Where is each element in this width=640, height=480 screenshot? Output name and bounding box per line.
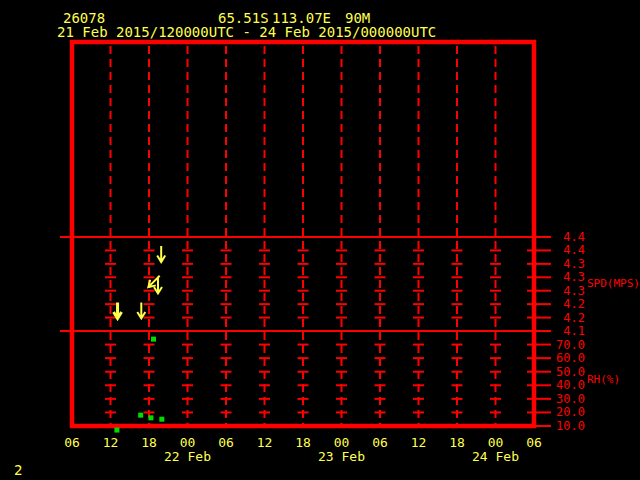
x-hour-label: 00 — [180, 436, 196, 450]
rh-tick-label: 40.0 — [500, 378, 585, 392]
spd-tick-label: 4.3 — [500, 270, 585, 284]
x-hour-label: 12 — [411, 436, 427, 450]
rh-axis-title: RH(%) — [587, 373, 620, 386]
rh-point — [114, 428, 119, 433]
x-hour-label: 18 — [141, 436, 157, 450]
x-hour-label: 00 — [488, 436, 504, 450]
spd-tick-label: 4.1 — [500, 324, 585, 338]
spd-tick-label: 4.2 — [500, 297, 585, 311]
x-hour-label: 06 — [372, 436, 388, 450]
wind-arrow — [157, 246, 165, 262]
x-day-label: 22 Feb — [164, 450, 211, 464]
spd-tick-label: 4.3 — [500, 257, 585, 271]
page-number: 2 — [14, 463, 22, 477]
spd-axis-title: SPD(MPS) — [587, 277, 640, 290]
wind-arrow-glyph — [157, 246, 165, 262]
x-hour-label: 12 — [257, 436, 273, 450]
spd-tick-label: 4.3 — [500, 284, 585, 298]
x-hour-label: 18 — [295, 436, 311, 450]
rh-tick-label: 20.0 — [500, 405, 585, 419]
meteogram-screen: 26078 65.51S 113.07E 90M 21 Feb 2015/120… — [0, 0, 640, 480]
rh-tick-label: 70.0 — [500, 338, 585, 352]
x-hour-label: 12 — [103, 436, 119, 450]
rh-tick-label: 30.0 — [500, 392, 585, 406]
x-hour-label: 06 — [218, 436, 234, 450]
spd-tick-label: 4.2 — [500, 311, 585, 325]
rh-tick-label: 10.0 — [500, 419, 585, 433]
rh-tick-label: 60.0 — [500, 351, 585, 365]
spd-tick-label: 4.4 — [500, 243, 585, 257]
rh-point — [148, 415, 153, 420]
rh-point — [159, 417, 164, 422]
x-day-label: 24 Feb — [472, 450, 519, 464]
rh-point — [138, 413, 143, 418]
x-hour-label: 00 — [334, 436, 350, 450]
rh-point — [151, 337, 156, 342]
x-hour-label: 06 — [526, 436, 542, 450]
x-hour-label: 06 — [64, 436, 80, 450]
x-day-label: 23 Feb — [318, 450, 365, 464]
spd-tick-label: 4.4 — [500, 230, 585, 244]
rh-tick-label: 50.0 — [500, 365, 585, 379]
x-hour-label: 18 — [449, 436, 465, 450]
